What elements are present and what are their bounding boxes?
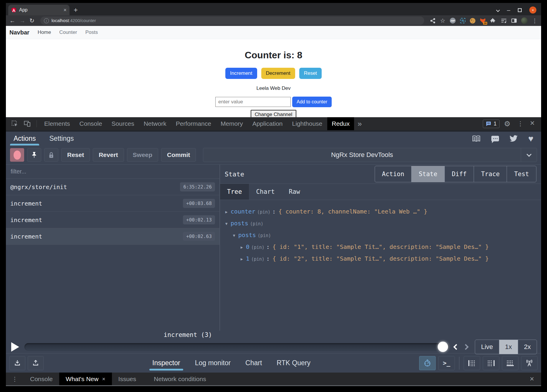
step-back-icon[interactable]	[453, 344, 459, 350]
dropdown-chevron-icon[interactable]	[521, 148, 537, 162]
docs-book-icon[interactable]	[472, 135, 481, 142]
console-messages-badge[interactable]: 1	[483, 120, 500, 128]
browser-menu-icon[interactable]: ⋮	[532, 17, 538, 24]
window-close-button[interactable]: ×	[529, 6, 536, 14]
monitor-tab-chart[interactable]: Chart	[245, 355, 262, 371]
filter-input[interactable]	[6, 168, 219, 175]
expand-arrow-icon[interactable]: ▶	[241, 257, 243, 261]
lock-button[interactable]	[44, 148, 58, 162]
address-bar[interactable]: i localhost:4200/counter	[40, 16, 424, 25]
reset-actions-button[interactable]: Reset	[61, 148, 90, 162]
side-panel-icon[interactable]	[511, 19, 517, 23]
fox-extension-icon[interactable]: 26	[480, 18, 486, 24]
pin-link[interactable]: (pin)	[251, 245, 265, 250]
nav-link-counter[interactable]: Counter	[59, 29, 77, 35]
tree-row-post-1[interactable]: ▶1(pin):{ id: "2", title: "Sample Tit…",…	[225, 253, 536, 265]
devtools-menu-icon[interactable]: ⋮	[515, 120, 526, 127]
record-button[interactable]	[10, 148, 24, 162]
action-row[interactable]: @ngrx/store/init 6:35:22.26	[6, 179, 219, 195]
dock-bottom-button[interactable]	[502, 356, 518, 370]
subtab-raw[interactable]: Raw	[282, 184, 307, 200]
reload-icon[interactable]: ↻	[29, 18, 34, 24]
pin-link[interactable]: (pin)	[257, 209, 270, 215]
browser-tab[interactable]: App ×	[8, 5, 70, 15]
reading-list-icon[interactable]	[501, 18, 507, 24]
monitor-tab-log-monitor[interactable]: Log monitor	[194, 355, 231, 371]
devtools-close-icon[interactable]: ×	[526, 119, 538, 129]
reset-button[interactable]: Reset	[299, 68, 322, 79]
sponsor-heart-icon[interactable]: ♥	[528, 134, 533, 144]
twitter-icon[interactable]	[510, 135, 518, 142]
pin-link[interactable]: (pin)	[258, 233, 271, 238]
minimize-button[interactable]: –	[507, 7, 510, 14]
redux-tab-actions[interactable]: Actions	[14, 132, 36, 145]
action-row[interactable]: increment +00:03.68	[6, 195, 219, 212]
export-button[interactable]	[28, 356, 44, 370]
decrement-button[interactable]: Decrement	[261, 68, 295, 79]
devtools-tab-sources[interactable]: Sources	[107, 117, 139, 130]
collapse-arrow-icon[interactable]: ▼	[225, 221, 228, 226]
devtools-tab-application[interactable]: Application	[248, 117, 287, 130]
drawer-close-icon[interactable]: ×	[523, 375, 541, 383]
devtools-tab-memory[interactable]: Memory	[216, 117, 247, 130]
adblock-extension-icon[interactable]: ABP	[450, 18, 456, 24]
pin-link[interactable]: (pin)	[251, 257, 265, 262]
extensions-puzzle-icon[interactable]	[490, 18, 496, 24]
more-tabs-icon[interactable]: »	[355, 119, 365, 128]
maximize-button[interactable]	[518, 8, 522, 12]
drawer-tab-network-conditions[interactable]: Network conditions	[147, 373, 212, 385]
forward-icon[interactable]: →	[19, 18, 25, 24]
dock-left-button[interactable]	[464, 356, 480, 370]
commit-button[interactable]: Commit	[161, 148, 196, 162]
pin-link[interactable]: (pin)	[250, 221, 263, 226]
tree-row-counter[interactable]: ▶counter(pin):{ counter: 8, channelName:…	[225, 206, 536, 218]
devtools-tab-network[interactable]: Network	[139, 117, 171, 130]
inspect-element-icon[interactable]	[9, 120, 21, 127]
redux-tab-settings[interactable]: Settings	[49, 132, 74, 145]
new-tab-button[interactable]: +	[70, 6, 82, 15]
counter-value-input[interactable]	[215, 97, 291, 107]
drawer-menu-icon[interactable]: ⋮	[6, 376, 24, 383]
back-icon[interactable]: ←	[9, 18, 15, 24]
stopwatch-button[interactable]	[419, 356, 436, 370]
subtab-chart[interactable]: Chart	[249, 184, 282, 200]
drawer-tab-issues[interactable]: Issues	[112, 373, 143, 385]
tree-row-post-0[interactable]: ▶0(pin):{ id: "1", title: "Sample Tit…",…	[225, 241, 536, 253]
mode-action[interactable]: Action	[375, 166, 412, 182]
monitor-tab-inspector[interactable]: Inspector	[152, 355, 181, 371]
speed-1x[interactable]: 1x	[499, 340, 518, 354]
subtab-tree[interactable]: Tree	[220, 184, 249, 200]
pin-button[interactable]	[27, 148, 41, 162]
increment-button[interactable]: Increment	[225, 68, 257, 79]
nav-link-home[interactable]: Home	[38, 29, 51, 35]
nav-link-posts[interactable]: Posts	[85, 29, 98, 35]
step-forward-icon[interactable]	[463, 344, 469, 350]
instance-dropdown[interactable]: NgRx Store DevTools	[203, 148, 537, 162]
site-info-icon[interactable]: i	[44, 18, 49, 23]
drawer-tab-whats-new[interactable]: What's New ×	[59, 373, 112, 385]
profile-avatar[interactable]	[521, 17, 528, 24]
mode-test[interactable]: Test	[507, 166, 536, 182]
n-extension-icon[interactable]: N	[460, 18, 465, 23]
action-slider[interactable]	[24, 343, 449, 351]
tree-row-posts-inner[interactable]: ▼posts(pin)	[225, 229, 536, 241]
cookie-extension-icon[interactable]	[470, 18, 475, 24]
share-icon[interactable]	[430, 18, 436, 24]
speed-live[interactable]: Live	[475, 340, 499, 354]
devtools-tab-redux[interactable]: Redux	[327, 117, 354, 130]
feedback-chat-icon[interactable]	[491, 136, 499, 141]
bookmark-star-icon[interactable]: ☆	[440, 17, 445, 24]
devtools-tab-performance[interactable]: Performance	[171, 117, 216, 130]
action-row[interactable]: increment +00:02.13	[6, 212, 219, 228]
expand-arrow-icon[interactable]: ▶	[241, 245, 243, 249]
devtools-tab-elements[interactable]: Elements	[40, 117, 75, 130]
remote-button[interactable]	[521, 356, 538, 370]
navbar-brand[interactable]: Navbar	[9, 29, 29, 36]
slider-knob[interactable]	[438, 342, 448, 352]
import-button[interactable]	[9, 356, 25, 370]
expand-arrow-icon[interactable]: ▶	[225, 210, 228, 214]
add-to-counter-button[interactable]: Add to counter	[292, 97, 332, 107]
tree-row-posts[interactable]: ▼posts(pin)	[225, 218, 536, 229]
dispatcher-button[interactable]: >_	[438, 356, 455, 370]
dock-right-button[interactable]	[483, 356, 499, 370]
